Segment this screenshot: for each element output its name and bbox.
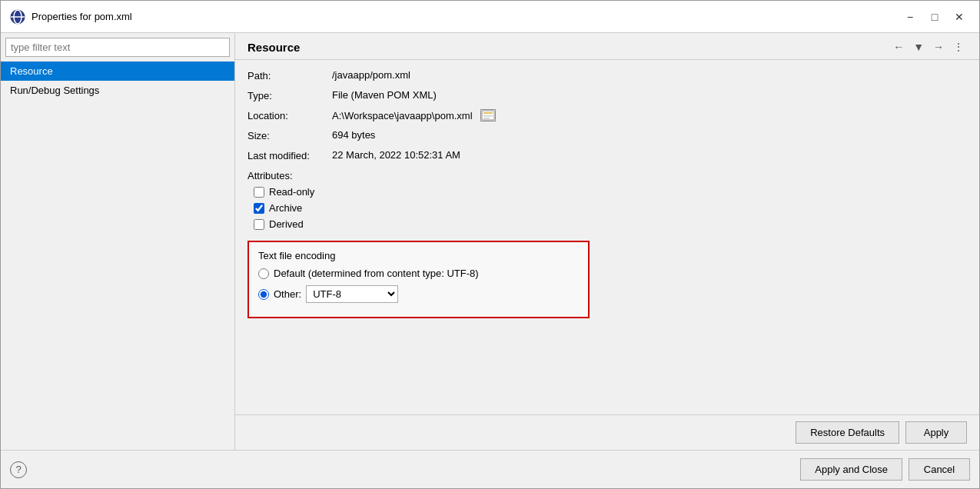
main-content: Resource Run/Debug Settings Resource ← ▼… (1, 33, 979, 450)
path-label: Path: (247, 69, 332, 82)
encoding-default-radio[interactable] (258, 268, 269, 279)
content-area: Resource ← ▼ → ⋮ Path: /javaapp/pom.xml … (235, 33, 979, 450)
derived-checkbox[interactable] (254, 219, 264, 230)
archive-label: Archive (269, 202, 302, 214)
minimize-button[interactable]: − (899, 6, 921, 28)
read-only-row: Read-only (254, 186, 967, 198)
svg-rect-5 (483, 115, 493, 117)
size-label: Size: (247, 129, 332, 141)
location-value: A:\Workspace\javaapp\pom.xml (332, 109, 496, 121)
size-value: 694 bytes (332, 129, 375, 141)
type-value: File (Maven POM XML) (332, 89, 437, 101)
properties-body: Path: /javaapp/pom.xml Type: File (Maven… (235, 60, 979, 414)
archive-row: Archive (254, 202, 967, 214)
forward-button[interactable]: → (930, 39, 947, 55)
last-modified-row: Last modified: 22 March, 2022 10:52:31 A… (247, 149, 967, 161)
read-only-label: Read-only (269, 186, 314, 198)
attributes-label: Attributes: (247, 169, 332, 181)
encoding-other-radio[interactable] (258, 289, 269, 300)
restore-defaults-button[interactable]: Restore Defaults (796, 421, 899, 444)
bottom-left: ? (10, 461, 27, 478)
back-button[interactable]: ← (890, 39, 907, 55)
apply-button[interactable]: Apply (905, 421, 967, 444)
properties-window: Properties for pom.xml − □ ✕ Resource Ru… (0, 0, 980, 489)
last-modified-value: 22 March, 2022 10:52:31 AM (332, 149, 460, 161)
title-bar: Properties for pom.xml − □ ✕ (1, 1, 979, 33)
encoding-default-row: Default (determined from content type: U… (258, 268, 579, 279)
path-row: Path: /javaapp/pom.xml (247, 69, 967, 82)
encoding-section: Text file encoding Default (determined f… (247, 241, 590, 318)
archive-checkbox[interactable] (254, 203, 264, 214)
attributes-section: Attributes: Read-only Archive (247, 169, 967, 230)
location-icon[interactable] (480, 109, 496, 121)
derived-row: Derived (254, 218, 967, 230)
window-controls: − □ ✕ (899, 6, 970, 28)
svg-rect-4 (483, 112, 493, 114)
app-icon (10, 9, 25, 25)
maximize-button[interactable]: □ (924, 6, 945, 28)
filter-input[interactable] (5, 38, 230, 57)
path-value: /javaapp/pom.xml (332, 69, 410, 81)
cancel-button[interactable]: Cancel (909, 458, 970, 481)
encoding-other-label: Other: (274, 288, 301, 300)
content-header: Resource ← ▼ → ⋮ (235, 33, 979, 60)
close-button[interactable]: ✕ (948, 6, 970, 28)
type-label: Type: (247, 89, 332, 101)
bottom-bar: ? Apply and Close Cancel (1, 450, 979, 488)
size-row: Size: 694 bytes (247, 129, 967, 141)
sidebar-item-run-debug[interactable]: Run/Debug Settings (1, 81, 234, 100)
encoding-title: Text file encoding (258, 250, 579, 261)
svg-rect-6 (483, 118, 490, 119)
derived-label: Derived (269, 218, 304, 230)
content-buttons: Restore Defaults Apply (235, 414, 979, 450)
location-label: Location: (247, 109, 332, 121)
type-row: Type: File (Maven POM XML) (247, 89, 967, 101)
sidebar-item-resource[interactable]: Resource (1, 62, 234, 81)
nav-menu-button[interactable]: ⋮ (950, 39, 967, 55)
nav-dropdown-button[interactable]: ▼ (910, 39, 927, 55)
content-title: Resource (247, 41, 300, 54)
apply-close-button[interactable]: Apply and Close (800, 458, 902, 481)
location-row: Location: A:\Workspace\javaapp\pom.xml (247, 109, 967, 121)
read-only-checkbox[interactable] (254, 187, 264, 198)
header-nav: ← ▼ → ⋮ (890, 39, 967, 55)
window-title: Properties for pom.xml (32, 11, 899, 22)
help-button[interactable]: ? (10, 461, 27, 478)
action-buttons-right: Apply and Close Cancel (800, 458, 970, 481)
sidebar: Resource Run/Debug Settings (1, 33, 235, 450)
encoding-select[interactable]: UTF-8 UTF-16 ISO-8859-1 US-ASCII (306, 285, 398, 303)
encoding-default-label: Default (determined from content type: U… (274, 268, 479, 279)
last-modified-label: Last modified: (247, 149, 332, 161)
encoding-other-row: Other: UTF-8 UTF-16 ISO-8859-1 US-ASCII (258, 285, 579, 303)
